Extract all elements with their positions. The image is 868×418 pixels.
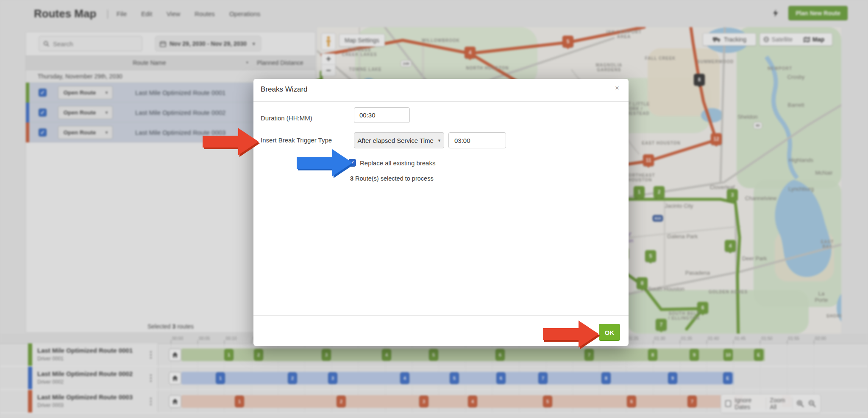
timeline-stop-marker[interactable]: 3 (322, 349, 331, 361)
map-stop-marker[interactable]: 5 (645, 250, 656, 262)
map-stop-marker[interactable]: 12 (711, 133, 722, 145)
column-planned-distance[interactable]: Planned Distance (257, 56, 303, 70)
open-route-dropdown-icon[interactable]: ▾ (101, 86, 113, 99)
timeline-stop-marker[interactable]: 9 (690, 349, 699, 361)
zoom-all-button[interactable]: Zoom All (770, 397, 789, 410)
timeline-stop-marker[interactable]: 4 (468, 396, 477, 407)
time-tick-label: 00:05 (199, 336, 210, 341)
time-tick-label: 01:50 (761, 336, 772, 341)
search-input[interactable] (53, 40, 129, 47)
open-route-button[interactable]: Open Route (58, 86, 101, 99)
trigger-time-input[interactable] (448, 132, 506, 148)
timeline-stop-marker[interactable]: 5 (543, 396, 552, 407)
route-color-bar (28, 390, 32, 412)
timeline-stop-marker[interactable]: 4 (400, 372, 409, 384)
timeline-stop-marker[interactable]: E (754, 349, 763, 361)
timeline-stop-marker[interactable]: 5 (450, 372, 459, 384)
timeline-route-driver: Driver 0003 (37, 402, 64, 408)
tracking-button[interactable]: Tracking (703, 33, 756, 46)
duration-label: Duration (HH:MM) (261, 114, 312, 122)
drag-handle-icon[interactable] (150, 398, 152, 399)
sort-indicator-icon[interactable]: • (246, 56, 248, 70)
map-stop-marker[interactable]: 4 (725, 240, 736, 252)
column-route-name[interactable]: Route Name (43, 56, 256, 70)
timeline-stop-marker[interactable]: 6 (627, 396, 636, 407)
duration-input[interactable] (354, 107, 410, 123)
map-stop-marker[interactable]: 8 (694, 74, 705, 86)
street-view-pegman-icon[interactable] (321, 33, 336, 50)
route-checkbox-checked[interactable]: ✓ (39, 128, 47, 137)
home-depot-button[interactable] (169, 372, 181, 385)
timeline-stop-marker[interactable]: E (723, 372, 732, 384)
map-toggle-button[interactable]: Map (796, 33, 832, 45)
timeline-stop-marker[interactable]: 4 (382, 349, 391, 361)
timeline-stop-marker[interactable]: 9 (668, 372, 677, 384)
red-arrow-ok-button (543, 320, 601, 350)
timeline-stop-marker[interactable]: 2 (288, 372, 297, 384)
timeline-stop-marker[interactable]: 7 (584, 349, 594, 361)
menu-view[interactable]: View (167, 10, 180, 17)
time-tick-label: 00:00 (172, 336, 183, 341)
map-stop-marker[interactable]: 11 (643, 154, 654, 166)
route-color-bar (26, 123, 29, 142)
timeline-stop-marker[interactable]: 1 (224, 349, 234, 361)
open-route-dropdown-icon[interactable]: ▾ (101, 106, 113, 119)
map-stop-marker[interactable]: 5 (562, 36, 573, 47)
drag-handle-icon[interactable] (150, 374, 152, 376)
drag-handle-icon[interactable] (150, 351, 152, 353)
ok-button[interactable]: OK (599, 324, 620, 341)
timeline-stop-marker[interactable]: 2 (337, 396, 346, 407)
route-checkbox-checked[interactable]: ✓ (39, 89, 47, 97)
map-settings-button[interactable]: Map Settings (339, 34, 385, 47)
satellite-label: Satellite (772, 36, 793, 43)
map-stop-marker[interactable]: 2 (654, 186, 665, 198)
map-zoom-in-button[interactable]: + (321, 53, 336, 65)
timeline-stop-marker[interactable]: 1 (235, 396, 244, 407)
timeline-stop-marker[interactable]: 1 (216, 372, 225, 384)
ignore-dates-label: Ignore Dates (735, 397, 762, 410)
timeline-route-info[interactable]: Last Mile Optimized Route 0003 Driver 00… (32, 390, 158, 412)
timeline-stop-marker[interactable]: 6 (495, 349, 505, 361)
satellite-toggle-button[interactable]: Satellite (760, 33, 796, 45)
map-zoom-out-button[interactable]: − (321, 65, 336, 76)
timeline-stop-marker[interactable]: 2 (254, 349, 263, 361)
menu-edit[interactable]: Edit (141, 10, 152, 17)
open-route-button[interactable]: Open Route (58, 106, 101, 119)
open-route-dropdown-icon[interactable]: ▾ (101, 126, 113, 139)
timeline-stop-marker[interactable]: 3 (328, 372, 337, 384)
timeline-stop-marker[interactable]: 6 (496, 372, 506, 384)
map-stop-marker[interactable]: 3 (727, 189, 738, 201)
route-checkbox-checked[interactable]: ✓ (39, 109, 47, 117)
menu-file[interactable]: File (117, 10, 127, 17)
open-route-button[interactable]: Open Route (58, 126, 101, 139)
home-depot-button[interactable] (169, 395, 181, 408)
map-stop-marker[interactable]: 1 (634, 186, 645, 198)
home-depot-button[interactable] (169, 348, 181, 361)
map-stop-marker[interactable]: 7 (656, 319, 667, 331)
map-stop-marker[interactable]: 8 (637, 277, 648, 289)
timeline-stop-marker[interactable]: 5 (429, 349, 438, 361)
timeline-route-info[interactable]: Last Mile Optimized Route 0002 Driver 00… (32, 367, 158, 389)
map-stop-marker[interactable]: 4 (465, 47, 476, 59)
timeline-route-info[interactable]: Last Mile Optimized Route 0001 Driver 00… (32, 343, 158, 366)
timeline-zoom-out-icon[interactable] (808, 400, 816, 408)
menu-bar: File Edit View Routes Operations (117, 10, 260, 17)
time-tick-label: 00:10 (225, 336, 236, 341)
plan-new-route-button[interactable]: Plan New Route (788, 6, 848, 20)
close-icon[interactable]: × (615, 84, 619, 92)
lightning-bolt-icon[interactable] (773, 9, 778, 17)
trigger-type-dropdown[interactable]: After elapsed Service Time ▾ (354, 132, 444, 148)
timeline-stop-marker[interactable]: 8 (648, 349, 657, 361)
timeline-stop-marker[interactable]: 3 (419, 396, 428, 407)
menu-operations[interactable]: Operations (229, 10, 260, 17)
menu-routes[interactable]: Routes (195, 10, 215, 17)
timeline-stop-marker[interactable]: 8 (601, 372, 611, 384)
timeline-zoom-in-icon[interactable] (796, 400, 804, 408)
timeline-stop-marker[interactable]: 7 (687, 396, 697, 407)
chevron-down-icon: ▾ (253, 41, 255, 47)
ignore-dates-checkbox[interactable] (725, 400, 731, 407)
map-stop-marker[interactable]: 6 (697, 302, 708, 314)
timeline-stop-marker[interactable]: 10 (723, 349, 733, 361)
date-range-picker[interactable]: Nov 29, 2030 - Nov 29, 2030 ▾ (155, 36, 261, 51)
timeline-stop-marker[interactable]: 7 (538, 372, 548, 384)
